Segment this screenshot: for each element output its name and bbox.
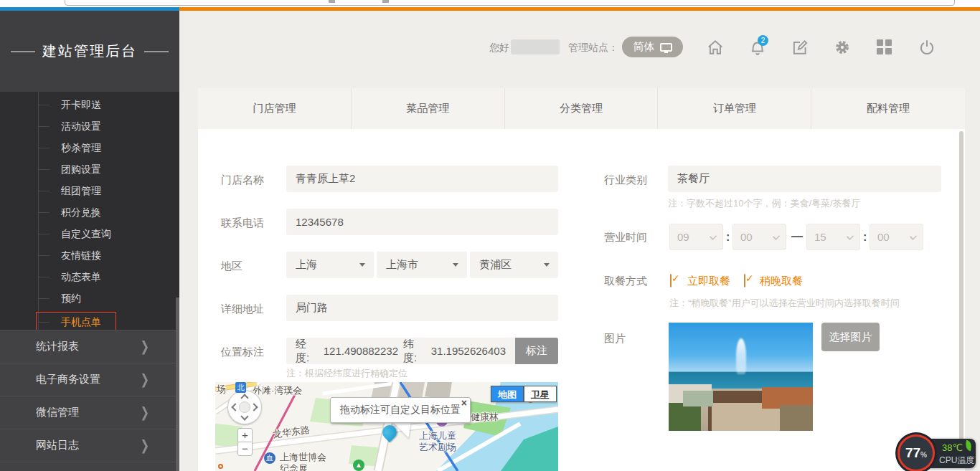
store-name-label: 门店名称	[221, 173, 264, 187]
dropdown-arrow-icon	[453, 263, 458, 267]
tree-line	[38, 92, 39, 330]
sidebar-item[interactable]: 组团管理	[61, 184, 161, 198]
map-type-map-button[interactable]: 地图	[491, 386, 524, 402]
store-photo-thumbnail[interactable]	[669, 323, 813, 431]
chevron-right-icon: ❯	[140, 338, 149, 355]
tab-dishes[interactable]: 菜品管理	[352, 88, 505, 129]
sidebar-item[interactable]: 秒杀管理	[61, 141, 161, 155]
sidebar-item[interactable]: 团购设置	[61, 162, 161, 176]
pickup-now-label[interactable]: 立即取餐	[687, 275, 730, 288]
sidebar-item[interactable]: 动态表单	[61, 270, 161, 284]
sidebar-scrollbar[interactable]	[176, 298, 179, 471]
home-icon[interactable]	[706, 38, 725, 57]
park-poi-icon: ▲	[353, 460, 364, 471]
tab-categories[interactable]: 分类管理	[505, 88, 659, 129]
pickup-now-checkbox[interactable]	[670, 274, 672, 287]
map-type-toggle: 地图 卫星	[491, 386, 557, 402]
chevron-down-icon	[773, 233, 780, 240]
sidebar-item[interactable]: 自定义查询	[61, 227, 161, 241]
choose-image-button[interactable]: 选择图片	[821, 323, 880, 351]
photo-building	[780, 405, 813, 431]
pickup-later-checkbox[interactable]	[744, 274, 745, 287]
pickup-later-label[interactable]: 稍晚取餐	[760, 275, 803, 288]
phone-input[interactable]	[286, 209, 558, 235]
language-label: 简体	[633, 40, 655, 54]
sidebar-item[interactable]: 活动设置	[61, 119, 161, 133]
pan-right-icon[interactable]	[250, 403, 258, 411]
cpu-percent-unit: %	[920, 451, 927, 459]
province-select[interactable]: 上海	[286, 252, 374, 278]
map-label-fragment: 场	[217, 383, 226, 396]
mark-location-button[interactable]: 标注	[515, 338, 558, 364]
city-select[interactable]: 上海市	[377, 252, 467, 278]
pan-knob[interactable]	[239, 401, 250, 413]
site-label: 管理站点：	[568, 42, 618, 54]
sidebar-item[interactable]: 积分兑换	[61, 205, 161, 219]
settings-gear-icon[interactable]	[833, 38, 852, 57]
photo-building	[669, 403, 701, 431]
museum-poi-icon: 血	[264, 452, 275, 464]
time-colon: :	[863, 231, 867, 244]
sidebar-section-ecommerce[interactable]: 电子商务设置❯	[0, 363, 179, 396]
pan-down-icon[interactable]	[240, 412, 248, 420]
map[interactable]: 场 外滩·湾璞会 龙华东路 上海儿童 艺术剧场 健康林 上海世博会 纪念展 血 …	[215, 382, 558, 471]
map-pan-control[interactable]	[227, 390, 262, 424]
photo-building	[683, 391, 713, 406]
time-colon: :	[726, 231, 730, 244]
map-label-theater-2: 艺术剧场	[419, 441, 456, 454]
pan-left-icon[interactable]	[231, 403, 239, 411]
sidebar-item[interactable]: 开卡即送	[61, 97, 161, 112]
fountain-plume	[736, 338, 746, 374]
greeting-text: 您好	[489, 42, 509, 54]
address-bar-fragment[interactable]	[65, 0, 955, 6]
sidebar-item[interactable]: 预约	[61, 291, 161, 305]
close-minute-select[interactable]: 00	[870, 224, 923, 250]
chevron-down-icon	[910, 233, 917, 240]
sidebar-header: 建站管理后台	[0, 11, 179, 92]
map-label-expo-2: 纪念展	[280, 462, 308, 471]
sidebar-section-wechat[interactable]: 微信管理❯	[0, 396, 179, 429]
app-root: 开卡即送 活动设置 秒杀管理 团购设置 组团管理 积分兑换 自定义查询 友情链接…	[0, 0, 980, 471]
cpu-usage-ring: 77%	[897, 434, 935, 471]
title-dash	[144, 51, 169, 52]
sidebar-submenu: 开卡即送 活动设置 秒杀管理 团购设置 组团管理 积分兑换 自定义查询 友情链接…	[0, 92, 179, 341]
accent-bar-blue	[0, 7, 179, 11]
longitude-label: 经度:	[296, 338, 319, 365]
industry-input[interactable]	[668, 166, 941, 192]
panel-scrollbar[interactable]	[959, 131, 963, 468]
open-hour-select[interactable]: 09	[669, 224, 723, 250]
map-infowindow: 拖动标注可自定义目标位置 ×	[330, 397, 471, 423]
zoom-out-button[interactable]: −	[237, 442, 253, 456]
tabbar: 门店管理 菜品管理 分类管理 订单管理 配料管理	[198, 88, 965, 129]
power-logout-icon[interactable]	[918, 38, 936, 57]
open-minute-select[interactable]: 00	[732, 224, 786, 250]
language-switcher-button[interactable]: 简体	[622, 37, 683, 57]
region-label: 地区	[221, 260, 242, 273]
chevron-right-icon: ❯	[140, 437, 149, 454]
apps-grid-icon[interactable]	[877, 39, 892, 55]
infowindow-close-icon[interactable]: ×	[461, 398, 467, 408]
location-note: 注：根据经纬度进行精确定位	[286, 367, 407, 380]
sidebar-section-logs[interactable]: 网站日志❯	[0, 429, 179, 462]
pan-up-icon[interactable]	[240, 394, 248, 401]
sidebar-item[interactable]: 友情链接	[61, 248, 161, 262]
map-type-satellite-button[interactable]: 卫星	[524, 386, 557, 402]
close-hour-select[interactable]: 15	[806, 224, 860, 250]
zoom-in-button[interactable]: +	[237, 428, 253, 442]
accent-bar-orange	[179, 7, 980, 11]
compose-icon[interactable]	[791, 38, 809, 57]
tab-ingredients[interactable]: 配料管理	[811, 88, 965, 129]
time-range-dash: —	[791, 230, 803, 243]
district-select[interactable]: 黄浦区	[470, 252, 558, 278]
location-label: 位置标注	[221, 346, 264, 359]
tab-orders[interactable]: 订单管理	[658, 88, 811, 129]
address-input[interactable]	[286, 295, 558, 321]
chevron-right-icon: ❯	[140, 371, 149, 388]
map-label-park: 健康林	[471, 411, 499, 424]
sidebar-section-partial	[0, 462, 179, 471]
store-name-input[interactable]	[286, 166, 558, 192]
industry-note: 注：字数不超过10个字，例：美食/粤菜/茶餐厅	[668, 197, 861, 210]
sidebar-section-stats[interactable]: 统计报表❯	[0, 330, 179, 363]
latitude-label: 纬度:	[403, 338, 426, 365]
tab-stores[interactable]: 门店管理	[198, 88, 352, 129]
